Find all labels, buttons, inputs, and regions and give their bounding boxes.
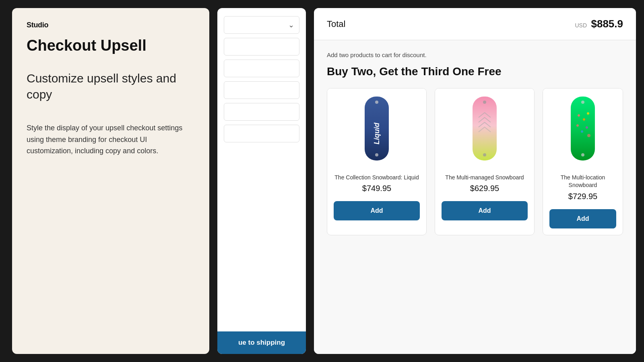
svg-text:Liquid: Liquid [373, 122, 381, 144]
form-field-2[interactable] [224, 38, 299, 56]
middle-panel: ue to shipping [217, 8, 306, 354]
svg-point-8 [581, 101, 584, 104]
product-price-1: $749.95 [334, 184, 420, 193]
form-field-5[interactable] [224, 103, 299, 121]
svg-point-13 [576, 124, 579, 127]
form-field-6[interactable] [224, 125, 299, 142]
add-button-3[interactable]: Add [549, 209, 616, 228]
product-info-1: The Collection Snowboard: Liquid $749.95 [327, 169, 426, 202]
product-name-1: The Collection Snowboard: Liquid [334, 174, 420, 182]
upsell-section: Add two products to cart for discount. B… [314, 40, 636, 354]
form-field-1[interactable] [224, 16, 299, 34]
total-amount: $885.9 [591, 18, 623, 30]
left-panel: Studio Checkout Upsell Customize upsell … [12, 8, 209, 354]
total-currency: USD [575, 22, 587, 29]
form-field-4[interactable] [224, 81, 299, 99]
right-panel: Total USD $885.9 Add two products to car… [314, 8, 636, 354]
product-info-2: The Multi-managed Snowboard $629.95 [435, 169, 534, 202]
product-card-3: The Multi-location Snowboard $729.95 Add [543, 88, 623, 235]
order-summary: Total USD $885.9 [314, 8, 636, 40]
product-info-3: The Multi-location Snowboard $729.95 [543, 169, 623, 209]
svg-point-11 [583, 118, 585, 121]
svg-rect-4 [473, 97, 497, 160]
products-grid: Liquid The Collection Snowboard: Liquid … [327, 88, 623, 235]
form-field-3[interactable] [224, 60, 299, 77]
svg-point-6 [483, 153, 486, 156]
svg-point-9 [581, 153, 584, 156]
total-label: Total [327, 19, 345, 29]
svg-point-10 [578, 114, 580, 117]
add-button-1[interactable]: Add [334, 201, 420, 220]
discount-note: Add two products to cart for discount. [327, 51, 623, 58]
svg-point-3 [375, 153, 378, 156]
snowboard-image-1: Liquid [363, 93, 391, 164]
svg-rect-7 [571, 97, 595, 160]
panel-description-main: Customize upsell styles and copy [27, 70, 195, 103]
continue-to-shipping-button[interactable]: ue to shipping [217, 331, 306, 354]
upsell-title: Buy Two, Get the Third One Free [327, 65, 623, 78]
snowboard-image-3 [569, 93, 597, 164]
product-card-1: Liquid The Collection Snowboard: Liquid … [327, 88, 427, 235]
product-image-2 [435, 88, 534, 169]
product-name-2: The Multi-managed Snowboard [442, 174, 528, 182]
svg-point-14 [586, 126, 588, 129]
product-name-3: The Multi-location Snowboard [549, 174, 616, 189]
studio-logo: Studio [27, 21, 195, 29]
svg-point-12 [587, 112, 589, 115]
panel-title: Checkout Upsell [27, 37, 195, 54]
total-amount-area: USD $885.9 [575, 18, 623, 30]
product-image-3 [543, 88, 623, 169]
product-card-2: The Multi-managed Snowboard $629.95 Add [435, 88, 535, 235]
svg-point-16 [587, 134, 590, 137]
product-price-3: $729.95 [549, 192, 616, 201]
add-button-2[interactable]: Add [442, 201, 528, 220]
product-image-1: Liquid [327, 88, 426, 169]
snowboard-image-2 [471, 93, 499, 164]
svg-point-15 [581, 130, 583, 133]
product-price-2: $629.95 [442, 184, 528, 193]
panel-description-sub: Style the display of your upsell checkou… [27, 122, 195, 157]
svg-point-5 [483, 101, 486, 104]
svg-point-2 [375, 101, 378, 104]
